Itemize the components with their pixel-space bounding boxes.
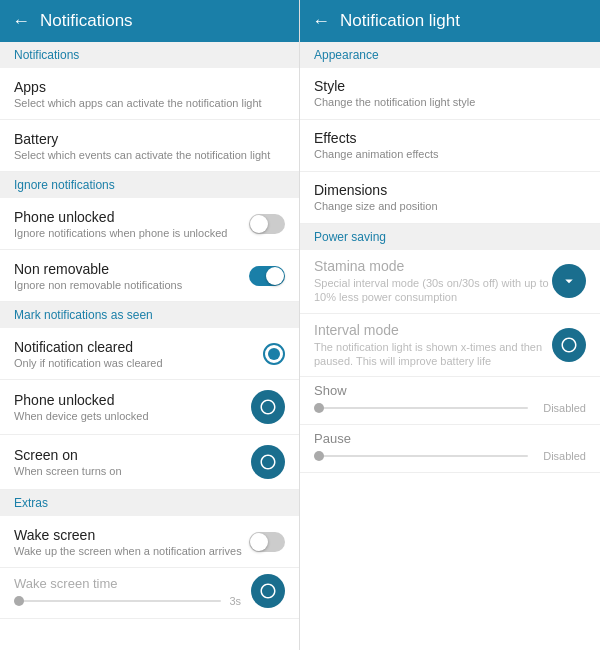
phone-unlocked-toggle[interactable] [249,214,285,234]
section-ignore: Ignore notifications [0,172,299,198]
effects-subtitle: Change animation effects [314,148,586,160]
left-header: ← Notifications [0,0,299,42]
list-item[interactable]: Phone unlocked Ignore notifications when… [0,198,299,250]
interval-subtitle: The notification light is shown x-times … [314,340,552,369]
left-back-button[interactable]: ← [12,11,30,32]
show-value: Disabled [536,402,586,414]
wake-slider-unit: 3s [229,595,241,607]
item-apps-subtitle: Select which apps can activate the notif… [14,97,285,109]
effects-title: Effects [314,130,586,146]
phone-unlocked-title: Phone unlocked [14,209,249,225]
list-item[interactable]: Dimensions Change size and position [300,172,600,224]
stamina-circle-btn[interactable] [552,264,586,298]
show-slider-row: Show Disabled [300,377,600,425]
left-title: Notifications [40,11,133,31]
dimensions-subtitle: Change size and position [314,200,586,212]
list-item[interactable]: Battery Select which events can activate… [0,120,299,172]
phone-unlocked2-subtitle: When device gets unlocked [14,410,251,422]
non-removable-subtitle: Ignore non removable notifications [14,279,249,291]
show-label: Show [314,383,586,398]
screen-on-title: Screen on [14,447,251,463]
list-item[interactable]: Notification cleared Only if notificatio… [0,328,299,380]
list-item[interactable]: Interval mode The notification light is … [300,314,600,378]
item-apps-title: Apps [14,79,285,95]
screen-on-subtitle: When screen turns on [14,465,251,477]
phone-unlocked-subtitle: Ignore notifications when phone is unloc… [14,227,249,239]
left-panel: ← Notifications Notifications Apps Selec… [0,0,300,650]
list-item[interactable]: Non removable Ignore non removable notif… [0,250,299,302]
right-panel: ← Notification light Appearance Style Ch… [300,0,600,650]
wake-screen-time-label: Wake screen time [14,576,241,591]
pause-slider-row: Pause Disabled [300,425,600,473]
section-appearance: Appearance [300,42,600,68]
pause-slider[interactable] [314,455,528,457]
section-extras: Extras [0,490,299,516]
notif-cleared-subtitle: Only if notification was cleared [14,357,263,369]
phone-unlocked-circle-btn[interactable] [251,390,285,424]
wake-screen-title: Wake screen [14,527,249,543]
style-title: Style [314,78,586,94]
pause-label: Pause [314,431,586,446]
wake-screen-subtitle: Wake up the screen when a notification a… [14,545,249,557]
non-removable-toggle[interactable] [249,266,285,286]
interval-title: Interval mode [314,322,552,338]
right-back-button[interactable]: ← [312,11,330,32]
non-removable-title: Non removable [14,261,249,277]
list-item[interactable]: Stamina mode Special interval mode (30s … [300,250,600,314]
screen-on-circle-btn[interactable] [251,445,285,479]
list-item[interactable]: Screen on When screen turns on [0,435,299,490]
wake-screen-toggle[interactable] [249,532,285,552]
item-battery-subtitle: Select which events can activate the not… [14,149,285,161]
list-item[interactable]: Effects Change animation effects [300,120,600,172]
notif-cleared-title: Notification cleared [14,339,263,355]
stamina-subtitle: Special interval mode (30s on/30s off) w… [314,276,552,305]
list-item[interactable]: Wake screen Wake up the screen when a no… [0,516,299,568]
wake-screen-time-row: Wake screen time 3s [0,568,299,619]
style-subtitle: Change the notification light style [314,96,586,108]
section-notifications: Notifications [0,42,299,68]
list-item[interactable]: Apps Select which apps can activate the … [0,68,299,120]
wake-slider-track[interactable] [14,600,221,602]
notif-cleared-radio[interactable] [263,343,285,365]
right-title: Notification light [340,11,460,31]
phone-unlocked2-title: Phone unlocked [14,392,251,408]
dimensions-title: Dimensions [314,182,586,198]
interval-circle-btn[interactable] [552,328,586,362]
list-item[interactable]: Style Change the notification light styl… [300,68,600,120]
list-item[interactable]: Phone unlocked When device gets unlocked [0,380,299,435]
show-slider[interactable] [314,407,528,409]
section-power: Power saving [300,224,600,250]
pause-value: Disabled [536,450,586,462]
right-header: ← Notification light [300,0,600,42]
wake-time-circle-btn[interactable] [251,574,285,608]
section-mark: Mark notifications as seen [0,302,299,328]
stamina-title: Stamina mode [314,258,552,274]
item-battery-title: Battery [14,131,285,147]
